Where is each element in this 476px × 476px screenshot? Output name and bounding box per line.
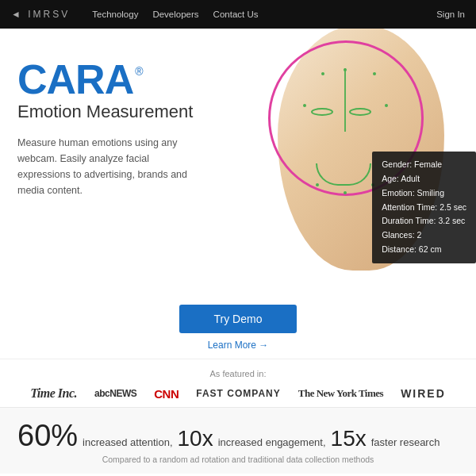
stat1-label: increased attention, — [83, 436, 172, 448]
face-point-4 — [385, 104, 388, 107]
logo-abc: abcNEWS — [94, 388, 136, 399]
nose-line — [344, 68, 346, 132]
hero-face-area: Gender: Female Age: Adult Emotion: Smili… — [230, 29, 476, 290]
try-demo-button[interactable]: Try Demo — [179, 305, 298, 333]
face-point-3 — [303, 104, 306, 107]
hero-left: CARA ® Emotion Measurement Measure human… — [0, 29, 238, 198]
info-line-gender: Gender: Female — [382, 158, 466, 172]
media-logos-row: Time Inc. abcNEWS CNN FAST COMPANY The N… — [0, 386, 476, 401]
hero-actions: Try Demo Learn More — [0, 290, 476, 359]
info-line-age: Age: Adult — [382, 172, 466, 186]
face-point-2 — [373, 72, 376, 75]
info-line-glances: Glances: 2 — [382, 228, 466, 243]
stat3-number: 15x — [331, 426, 367, 451]
stat2-number: 10x — [178, 426, 213, 451]
info-line-duration: Duration Time: 3.2 sec — [382, 214, 466, 228]
nav-signin[interactable]: Sign In — [436, 10, 465, 19]
cara-registered: ® — [135, 65, 143, 78]
logo-time: Time Inc. — [30, 386, 77, 401]
featured-label: As featured in: — [0, 369, 476, 378]
face-point-5 — [344, 68, 347, 71]
face-point-6 — [316, 183, 319, 186]
eye-left — [311, 108, 333, 116]
featured-section: As featured in: Time Inc. abcNEWS CNN FA… — [0, 359, 476, 407]
face-point-8 — [344, 191, 347, 194]
hero-section: CARA ® Emotion Measurement Measure human… — [0, 29, 476, 290]
logo-cnn: CNN — [154, 387, 178, 401]
logo-nyt: The New York Times — [298, 387, 383, 400]
logo-fastcompany: FAST COMPANY — [196, 388, 280, 399]
navbar: ◄ IMRSV Technology Developers Contact Us… — [0, 0, 476, 29]
info-line-distance: Distance: 62 cm — [382, 243, 466, 257]
stats-section: 60% increased attention, 10x increased e… — [0, 407, 476, 474]
face-point-1 — [321, 72, 324, 75]
stat1-number: 60% — [17, 420, 78, 451]
face-info-box: Gender: Female Age: Adult Emotion: Smili… — [372, 152, 476, 263]
stat2-label: increased engagement, — [218, 436, 326, 448]
nav-developers[interactable]: Developers — [152, 10, 198, 19]
stats-sub: Compared to a random ad rotation and tra… — [17, 455, 459, 464]
logo-wired: WIRED — [401, 387, 446, 400]
stat3-label: faster research — [371, 436, 440, 448]
learn-more-link[interactable]: Learn More — [208, 340, 269, 351]
nav-links: Technology Developers Contact Us — [92, 10, 436, 19]
info-line-attention: Attention Time: 2.5 sec — [382, 201, 466, 215]
cara-logo: CARA ® — [17, 59, 238, 100]
eye-right — [349, 108, 371, 116]
info-line-emotion: Emotion: Smiling — [382, 186, 466, 201]
stats-row: 60% increased attention, 10x increased e… — [17, 420, 459, 451]
cara-brand-text: CARA — [17, 59, 133, 100]
nav-contact[interactable]: Contact Us — [213, 10, 259, 19]
face-container: Gender: Female Age: Adult Emotion: Smili… — [254, 29, 476, 286]
nav-logo: ◄ IMRSV — [11, 9, 70, 20]
hero-subtitle: Emotion Measurement — [17, 102, 238, 122]
hero-description: Measure human emotions using any webcam.… — [17, 135, 200, 198]
nav-technology[interactable]: Technology — [92, 10, 138, 19]
